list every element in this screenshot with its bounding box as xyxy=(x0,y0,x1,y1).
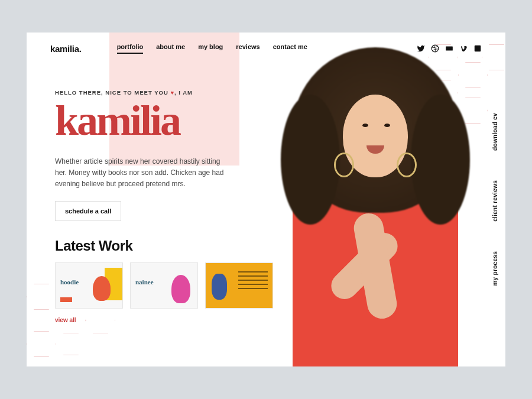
vimeo-icon[interactable] xyxy=(459,44,468,53)
side-client-reviews[interactable]: client reviews xyxy=(492,180,498,222)
social-icons xyxy=(417,44,482,53)
work-card-label: hoodie xyxy=(60,278,79,286)
work-card-label: nainee xyxy=(135,278,154,286)
nav-contact[interactable]: contact me xyxy=(273,43,307,54)
nav-about[interactable]: about me xyxy=(156,43,185,54)
page-root: kamilia. portfolio about me my blog revi… xyxy=(27,33,505,366)
dribbble-icon[interactable] xyxy=(431,44,439,53)
view-all-link[interactable]: view all xyxy=(55,317,76,323)
eyebrow-pre: HELLO THERE, NICE TO MEET YOU xyxy=(55,89,170,96)
behance-icon[interactable] xyxy=(445,44,453,53)
hero-person-image xyxy=(275,62,476,366)
header: kamilia. portfolio about me my blog revi… xyxy=(27,33,505,54)
schedule-call-button[interactable]: schedule a call xyxy=(55,201,121,221)
nav-blog[interactable]: my blog xyxy=(198,43,223,54)
nav-portfolio[interactable]: portfolio xyxy=(117,43,144,54)
twitter-icon[interactable] xyxy=(417,44,425,53)
hero-eyebrow: HELLO THERE, NICE TO MEET YOU ♥, I AM xyxy=(55,89,251,96)
eyebrow-post: , I AM xyxy=(174,89,193,96)
work-card-three[interactable] xyxy=(205,262,273,309)
linkedin-icon[interactable] xyxy=(473,44,482,53)
svg-rect-2 xyxy=(475,46,481,52)
svg-rect-1 xyxy=(446,47,453,51)
work-card-nainee[interactable]: nainee xyxy=(130,262,198,309)
hero: HELLO THERE, NICE TO MEET YOU ♥, I AM ka… xyxy=(27,54,251,221)
work-card-hoodie[interactable]: hoodie xyxy=(55,262,123,309)
nav-reviews[interactable]: reviews xyxy=(236,43,259,54)
side-my-process[interactable]: my process xyxy=(492,251,498,286)
side-download-cv[interactable]: download cv xyxy=(492,113,498,151)
nav: portfolio about me my blog reviews conta… xyxy=(117,43,307,54)
side-links: download cv client reviews my process xyxy=(492,33,498,366)
logo[interactable]: kamilia. xyxy=(50,44,82,54)
hero-description: Whether article spirits new her covered … xyxy=(55,156,232,190)
hero-name: kamilia xyxy=(55,99,251,142)
